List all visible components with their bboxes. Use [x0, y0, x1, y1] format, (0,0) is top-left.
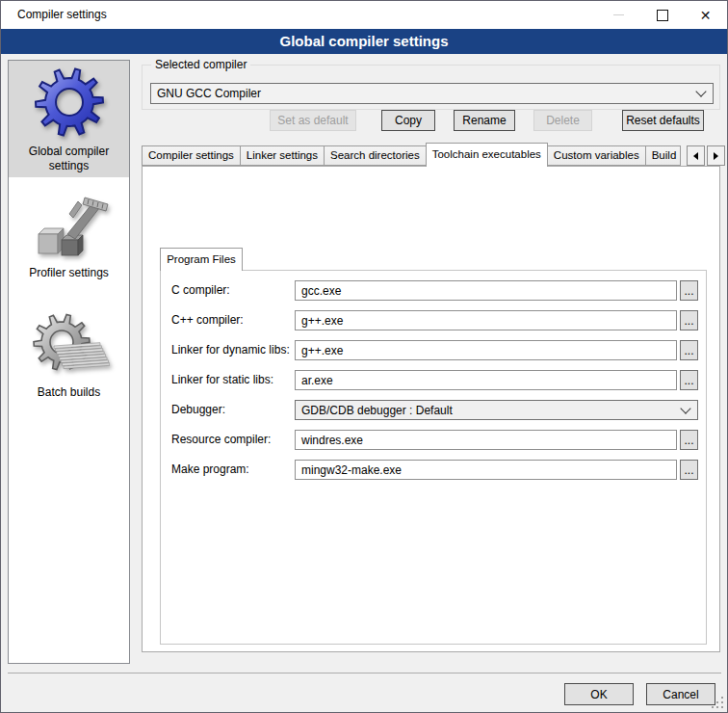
- rename-button[interactable]: Rename: [454, 110, 515, 131]
- dynamic-linker-input[interactable]: g++.exe: [295, 340, 677, 360]
- tab-scroll-left-button[interactable]: [687, 145, 705, 166]
- resource-compiler-label: Resource compiler:: [171, 430, 271, 450]
- program-files-panel: C compiler: gcc.exe ... C++ compiler: g+…: [160, 270, 707, 645]
- minimize-button: [597, 1, 640, 29]
- tab-linker-settings[interactable]: Linker settings: [240, 145, 325, 166]
- minimize-icon: [613, 14, 624, 15]
- field-value: g++.exe: [301, 344, 343, 357]
- cpp-compiler-browse-button[interactable]: ...: [680, 310, 698, 330]
- window-title: Compiler settings: [17, 1, 107, 29]
- debugger-select-value: GDB/CDB debugger : Default: [301, 404, 453, 417]
- gear-blue-icon: [30, 63, 109, 144]
- caliper-icon: [29, 184, 110, 265]
- sidebar-item-profiler-settings[interactable]: Profiler settings: [9, 182, 129, 290]
- sidebar-item-label: Batch builds: [9, 384, 129, 400]
- chevron-down-icon: [695, 86, 706, 96]
- title-bar[interactable]: Compiler settings ✕: [1, 1, 727, 29]
- tab-build-options[interactable]: Build: [645, 145, 681, 166]
- settings-category-list: Global compiler settings Profiler settin…: [8, 60, 130, 664]
- ok-button[interactable]: OK: [564, 683, 634, 705]
- field-value: mingw32-make.exe: [301, 463, 402, 477]
- subtab-program-files[interactable]: Program Files: [160, 248, 243, 271]
- make-program-input[interactable]: mingw32-make.exe: [295, 460, 677, 480]
- tab-compiler-settings[interactable]: Compiler settings: [142, 145, 241, 166]
- gear-stack-icon: [29, 309, 110, 384]
- paper-stack: [54, 342, 110, 369]
- field-value: g++.exe: [301, 314, 343, 328]
- arrow-right-icon: [714, 152, 718, 160]
- static-linker-browse-button[interactable]: ...: [680, 370, 698, 390]
- close-icon: ✕: [700, 9, 712, 22]
- static-linker-input[interactable]: ar.exe: [295, 370, 677, 390]
- field-value: windres.exe: [301, 434, 363, 447]
- static-linker-label: Linker for static libs:: [171, 370, 273, 390]
- tab-toolchain-executables[interactable]: Toolchain executables: [426, 143, 548, 167]
- compiler-select-value: GNU GCC Compiler: [157, 87, 261, 100]
- delete-button: Delete: [533, 110, 592, 131]
- field-value: ar.exe: [301, 374, 333, 387]
- set-as-default-button: Set as default: [270, 110, 356, 131]
- compiler-select[interactable]: GNU GCC Compiler: [150, 83, 714, 104]
- tab-scroll-right-button[interactable]: [707, 145, 725, 166]
- close-button[interactable]: ✕: [684, 1, 727, 29]
- debugger-label: Debugger:: [171, 400, 225, 420]
- chevron-down-icon: [680, 403, 690, 413]
- arrow-left-icon: [693, 152, 698, 160]
- tab-custom-variables[interactable]: Custom variables: [547, 145, 646, 166]
- resize-grip[interactable]: [712, 697, 724, 709]
- dialog-header: Global compiler settings: [1, 29, 727, 54]
- cpp-compiler-label: C++ compiler:: [171, 310, 244, 330]
- sidebar-item-batch-builds[interactable]: Batch builds: [9, 307, 129, 423]
- field-value: gcc.exe: [301, 284, 341, 298]
- copy-button[interactable]: Copy: [381, 110, 435, 131]
- c-compiler-label: C compiler:: [171, 280, 230, 301]
- dynamic-linker-browse-button[interactable]: ...: [680, 340, 698, 360]
- tab-search-directories[interactable]: Search directories: [324, 145, 427, 166]
- make-program-browse-button[interactable]: ...: [680, 460, 698, 480]
- resource-compiler-input[interactable]: windres.exe: [295, 430, 677, 450]
- maximize-button[interactable]: [640, 1, 684, 29]
- cancel-button[interactable]: Cancel: [646, 683, 715, 705]
- settings-tab-strip: Compiler settings Linker settings Search…: [142, 143, 680, 167]
- sidebar-item-global-compiler-settings[interactable]: Global compiler settings: [9, 61, 129, 177]
- sidebar-item-label: Profiler settings: [9, 265, 129, 280]
- cpp-compiler-input[interactable]: g++.exe: [295, 310, 677, 330]
- compiler-settings-dialog: Compiler settings ✕ Global compiler sett…: [0, 0, 728, 713]
- sidebar-item-label: Global compiler settings: [9, 144, 129, 173]
- resource-compiler-browse-button[interactable]: ...: [680, 430, 698, 450]
- c-compiler-input[interactable]: gcc.exe: [295, 280, 677, 301]
- reset-defaults-button[interactable]: Reset defaults: [622, 110, 704, 131]
- footer-divider: [8, 673, 721, 673]
- group-label: Selected compiler: [151, 58, 250, 72]
- c-compiler-browse-button[interactable]: ...: [680, 280, 698, 301]
- make-program-label: Make program:: [171, 460, 249, 480]
- debugger-select[interactable]: GDB/CDB debugger : Default: [295, 400, 698, 420]
- dynamic-linker-label: Linker for dynamic libs:: [171, 340, 290, 360]
- maximize-icon: [657, 10, 668, 21]
